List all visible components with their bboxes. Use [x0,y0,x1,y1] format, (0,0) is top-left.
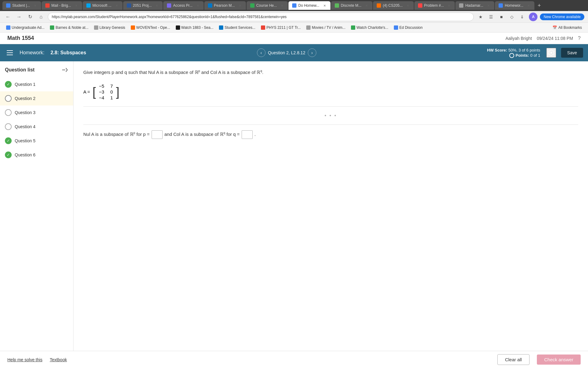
tabs-container: Student |... ✕ Mail - Brig... ✕ Microsof… [2,1,586,10]
bookmark-1883[interactable]: Watch 1883 - Sea... [173,25,216,30]
shield-button[interactable]: ■ [497,13,506,21]
bookmark-barnes[interactable]: Barnes & Noble at... [47,25,91,30]
prev-question-button[interactable]: ‹ [257,48,266,57]
address-input[interactable] [48,13,474,21]
sidebar-item-question4[interactable]: Question 4 [0,120,73,134]
bookmark-star-button[interactable]: ★ [476,13,485,21]
help-icon-button[interactable]: ? [578,36,581,41]
tab-favicon [86,3,91,8]
sidebar-item-question3[interactable]: Question 3 [0,105,73,120]
tab-close-btn[interactable]: ✕ [74,3,78,8]
tab-close-btn[interactable]: ✕ [115,3,119,8]
tab-label: Course He... [256,3,277,8]
bookmark-favicon [394,25,398,30]
question-divider [83,106,578,107]
matrix-r2c2: 0 [110,89,113,94]
bookmark-woven[interactable]: WOVENText - Ope... [128,25,173,30]
points-value: 0 of 1 [530,53,541,58]
tab-favicon [459,3,463,8]
bookmark-student-services[interactable]: Student Services... [217,25,258,30]
bookmark-favicon [176,25,180,30]
tab-close-btn[interactable]: ✕ [280,3,284,8]
main-layout: Question list ✓ Question 1 Question 2 Qu… [0,61,588,362]
sidebar-header: Question list [0,66,73,77]
tab-close-btn[interactable]: ✕ [155,3,159,8]
sidebar-item-question6[interactable]: ✓ Question 6 [0,148,73,162]
tab-cs205[interactable]: (4) CS205... ✕ [373,1,414,10]
extensions-button[interactable]: ☰ [487,13,495,21]
new-tab-button[interactable]: + [535,1,544,10]
tab-close-btn[interactable]: ✕ [526,3,531,8]
tab-label: Homewor... [505,3,523,8]
all-bookmarks-button[interactable]: 📅 All Bookmarks [550,25,584,30]
tab-close-btn[interactable]: ✕ [196,3,200,8]
hw-score-value: 50%, 3 of 6 points [508,48,540,52]
tab-homework2[interactable]: Homewor... ✕ [495,1,534,10]
page-title: Math 1554 [7,35,34,41]
tab-hadamar[interactable]: Hadamar... ✕ [455,1,494,10]
address-bar: ← → ↻ ⌂ ★ ☰ ■ ◇ ⇓ A New Chrome available [0,11,588,23]
tab-label: Access Pr... [173,3,192,8]
check-answer-button[interactable]: Check answer [537,355,581,365]
tab-close-btn[interactable]: ✕ [364,3,369,8]
hamburger-menu-button[interactable] [5,48,15,58]
matrix-r2c1: −3 [99,89,104,94]
tab-close-btn[interactable]: ✕ [33,3,37,8]
help-me-solve-link[interactable]: Help me solve this [7,357,42,362]
question5-label: Question 5 [15,138,36,143]
reload-button[interactable]: ↻ [26,13,34,21]
sidebar-item-question2[interactable]: Question 2 [0,91,73,105]
tab-2051[interactable]: 2051 Proj... ✕ [123,1,163,10]
tab-close-btn[interactable]: ✕ [406,3,410,8]
tab-pearson[interactable]: Pearson M... ✕ [204,1,246,10]
matrix-r3c1: −4 [99,95,104,100]
home-button[interactable]: ⌂ [37,13,45,21]
bookmark-label: Student Services... [224,25,255,30]
tab-student[interactable]: Student |... ✕ [2,1,41,10]
tab-close-btn[interactable]: ✕ [238,3,242,8]
vpn-button[interactable]: ◇ [507,13,516,21]
tab-discrete[interactable]: Discrete M... ✕ [331,1,372,10]
tab-course[interactable]: Course He... ✕ [247,1,288,10]
sidebar-item-question1[interactable]: ✓ Question 1 [0,77,73,91]
forward-button[interactable]: → [15,13,23,21]
bookmark-favicon [351,25,355,30]
download-button[interactable]: ⇓ [518,13,526,21]
bookmark-charlottes[interactable]: Watch Charlotte's... [349,25,391,30]
all-bookmarks-label: All Bookmarks [558,25,582,30]
q-answer-input[interactable] [242,130,253,139]
tab-close-btn[interactable]: ✕ [486,3,491,8]
sidebar-collapse-button[interactable] [61,66,68,74]
settings-button[interactable] [546,48,556,58]
question1-status-icon: ✓ [5,81,12,88]
sidebar-item-question5[interactable]: ✓ Question 5 [0,134,73,148]
textbook-link[interactable]: Textbook [50,357,67,362]
profile-avatar[interactable]: A [529,13,537,21]
bookmark-phys[interactable]: PHYS 2211 | GT Tr... [258,25,303,30]
tab-close-btn[interactable]: ✕ [447,3,451,8]
hw-score-label: HW Score: [487,48,507,52]
bookmark-libgen[interactable]: Library Genesis [92,25,128,30]
drag-handle[interactable]: • • • [83,112,578,120]
tab-problem[interactable]: Problem #... ✕ [414,1,455,10]
save-button[interactable]: Save [561,48,583,58]
bookmark-favicon [50,25,54,30]
bookmark-label: PHYS 2211 | GT Tr... [266,25,301,30]
tab-microsoft[interactable]: Microsoft ... ✕ [83,1,123,10]
bookmark-ed[interactable]: Ed Discussion [391,25,425,30]
tab-mail[interactable]: Mail - Brig... ✕ [42,1,82,10]
next-question-button[interactable]: › [308,48,316,57]
tab-favicon [45,3,50,8]
tab-access[interactable]: Access Pr... ✕ [163,1,203,10]
tab-homework-active[interactable]: Do Homew... ✕ [288,1,330,10]
back-button[interactable]: ← [4,13,12,21]
clear-all-button[interactable]: Clear all [497,354,530,365]
new-chrome-button[interactable]: New Chrome available [540,13,584,20]
tab-favicon [167,3,171,8]
matrix-r3c2: 1 [110,95,113,100]
p-answer-input[interactable] [152,130,163,139]
bookmark-undergraduate[interactable]: Undergraduate Ad... [4,25,47,30]
bookmark-movies[interactable]: Movies / TV / Anim... [304,25,348,30]
answer-p-superscript: p [134,131,135,135]
tab-close-btn[interactable]: ✕ [322,3,327,8]
